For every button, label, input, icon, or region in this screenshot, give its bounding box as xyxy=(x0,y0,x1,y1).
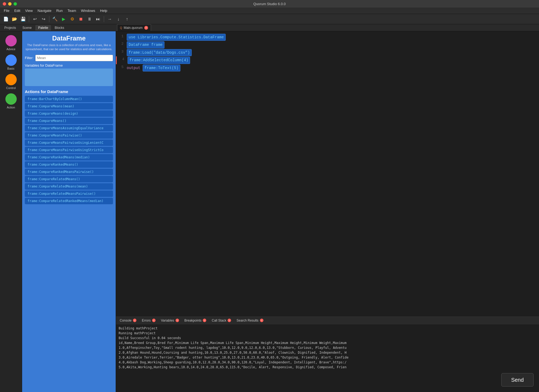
build-button[interactable]: 🔨 xyxy=(51,15,59,23)
palette-filter-input[interactable] xyxy=(35,55,113,61)
code-token: frame:AddSelectedColumn(4) xyxy=(128,57,190,64)
code-line-3: 3frame:Load("data/Dogs.csv") xyxy=(116,49,539,56)
editor-area: 1use Libraries.Compute.Statistics.DataFr… xyxy=(116,31,539,392)
skip-button[interactable]: ⏭ xyxy=(94,15,102,23)
line-number: 1 xyxy=(116,34,127,39)
console-line: 1.0,Affenpinscher,Toy,"Small rodent hunt… xyxy=(119,345,536,350)
bottom-tab-call-stack[interactable]: Call Stack × xyxy=(210,318,233,323)
code-editor[interactable]: 1use Libraries.Compute.Statistics.DataFr… xyxy=(116,31,539,316)
redo-button[interactable]: ↪ xyxy=(40,15,47,23)
bottom-tab-close-call-stack[interactable]: × xyxy=(228,319,231,322)
run-button[interactable]: ▶ xyxy=(60,15,67,23)
sidebar-label-control: Control xyxy=(6,86,16,90)
palette-action-btn[interactable]: frame:CompareRelatedMeans(mean) xyxy=(25,183,113,190)
code-line-5: 5output frame:ToText(5) xyxy=(116,64,539,72)
sidebar-item-control[interactable]: Control xyxy=(2,72,20,91)
line-content[interactable]: use Libraries.Compute.Statistics.DataFra… xyxy=(127,34,539,41)
bottom-panel: Console ×Errors ×Variables ×Breakpoints … xyxy=(116,316,539,392)
bottom-tab-close-breakpoints[interactable]: × xyxy=(203,319,206,322)
palette-description: The DataFrame class is a collection of c… xyxy=(25,43,113,52)
console-line: id,Name,Breed Group,Bred For,Minimum Lif… xyxy=(119,340,536,345)
stop-button[interactable]: ⏹ xyxy=(77,15,85,23)
console-line: 4.0,Akbash Dog,Working,Sheep guarding,10… xyxy=(119,360,536,365)
pause-button[interactable]: ⏸ xyxy=(86,15,93,23)
left-tab-projects[interactable]: Projects xyxy=(2,25,19,30)
bottom-tab-breakpoints[interactable]: Breakpoints × xyxy=(182,318,208,323)
sidebar-label-advice: Advice xyxy=(6,47,15,51)
left-tab-palette[interactable]: Palette xyxy=(35,25,51,30)
palette-action-btn[interactable]: frame:BarChartByColumnMean() xyxy=(25,96,113,102)
menu-item-help[interactable]: Help xyxy=(98,8,109,13)
menu-item-run[interactable]: Run xyxy=(54,8,65,13)
sidebar-icon-basic xyxy=(5,54,17,66)
icon-sidebar: Advice Basic Control Action xyxy=(0,31,22,392)
line-number: 4 xyxy=(117,57,128,62)
new-file-button[interactable]: 📄 xyxy=(2,15,10,23)
toolbar: 📄 📂 💾 ↩ ↪ 🔨 ▶ ⚙ ⏹ ⏸ ⏭ → ↓ ↑ xyxy=(0,14,539,24)
save-button[interactable]: 💾 xyxy=(19,15,27,23)
palette-action-btn[interactable]: frame:CompareRelatedMeansPairwise() xyxy=(25,190,113,197)
editor-tab-label: Main.quorum xyxy=(124,26,143,30)
sidebar-item-advice[interactable]: Advice xyxy=(2,33,20,52)
minimize-button[interactable] xyxy=(8,2,12,6)
editor-tab-Main.quorum[interactable]: Q Main.quorum × xyxy=(117,24,151,31)
left-tab-scene[interactable]: Scene xyxy=(20,25,34,30)
line-number: 3 xyxy=(116,49,127,55)
line-content[interactable]: frame:Load("data/Dogs.csv") xyxy=(127,49,539,56)
menu-item-view[interactable]: View xyxy=(23,8,35,13)
menu-item-team[interactable]: Team xyxy=(65,8,78,13)
palette-action-btn[interactable]: frame:CompareMeansPairwiseUsingStrictCo xyxy=(25,147,113,153)
debug-button[interactable]: ⚙ xyxy=(68,15,76,23)
palette-action-btn[interactable]: frame:CompareMeans() xyxy=(25,118,113,124)
line-content[interactable]: output frame:ToText(5) xyxy=(127,64,539,71)
bottom-tab-close-variables[interactable]: × xyxy=(176,319,179,322)
bottom-tab-search-results[interactable]: Search Results × xyxy=(234,318,265,323)
palette-action-btn[interactable]: frame:CompareMeansPairwise() xyxy=(25,132,113,139)
send-button[interactable]: Send xyxy=(501,373,534,387)
menu-item-windows[interactable]: Windows xyxy=(79,8,97,13)
window-controls[interactable] xyxy=(3,2,17,6)
maximize-button[interactable] xyxy=(13,2,17,6)
step-down-button[interactable]: ↓ xyxy=(115,15,122,23)
undo-button[interactable]: ↩ xyxy=(31,15,39,23)
step-right-button[interactable]: → xyxy=(106,15,114,23)
palette-action-btn[interactable]: frame:CompareMeans(mean) xyxy=(25,103,113,110)
console-line: Building mathProject xyxy=(119,326,536,331)
bottom-tab-label: Console xyxy=(120,319,132,322)
left-tab-blocks[interactable]: Blocks xyxy=(52,25,67,30)
menu-item-edit[interactable]: Edit xyxy=(12,8,22,13)
menu-item-navigate[interactable]: Navigate xyxy=(35,8,53,13)
palette-vars-box xyxy=(25,69,113,86)
menu-item-file[interactable]: File xyxy=(2,8,12,13)
bottom-tab-variables[interactable]: Variables × xyxy=(159,318,181,323)
sidebar-item-basic[interactable]: Basic xyxy=(2,53,20,72)
palette-action-btn[interactable]: frame:CompareRankedMeansPairwise() xyxy=(25,169,113,175)
code-token: output xyxy=(127,66,143,70)
palette-action-btn[interactable]: frame:CompareMeansAssumingEqualVariance xyxy=(25,125,113,131)
palette-action-btn[interactable]: frame:CompareRankedMeans() xyxy=(25,161,113,168)
console-line: 2.0,Afghan Hound,Hound,Coursing and hunt… xyxy=(119,350,536,355)
palette-action-btn[interactable]: frame:CompareRelatedRankedMeans(median) xyxy=(25,198,113,204)
menubar: FileEditViewNavigateRunTeamWindowsHelp xyxy=(0,8,539,14)
open-button[interactable]: 📂 xyxy=(11,15,18,23)
app-title: Quorum Studio 6.0.0 xyxy=(253,2,286,6)
code-line-4: 4frame:AddSelectedColumn(4) xyxy=(116,56,539,64)
editor-tab-bar: Q Main.quorum × xyxy=(116,24,539,31)
close-button[interactable] xyxy=(3,2,6,6)
line-content[interactable]: DataFrame frame xyxy=(127,41,539,48)
editor-tab-close[interactable]: × xyxy=(144,26,148,30)
step-up-button[interactable]: ↑ xyxy=(123,15,131,23)
palette-action-btn[interactable]: frame:CompareMeansPairwiseUsingLenientC xyxy=(25,139,113,146)
line-number: 5 xyxy=(116,64,127,70)
bottom-tab-close-errors[interactable]: × xyxy=(152,319,156,322)
bottom-tab-label: Call Stack xyxy=(212,319,226,322)
bottom-tab-close-console[interactable]: × xyxy=(133,319,136,322)
bottom-tab-console[interactable]: Console × xyxy=(118,318,139,323)
palette-action-btn[interactable]: frame:CompareMeans(design) xyxy=(25,110,113,117)
bottom-tab-close-search-results[interactable]: × xyxy=(260,319,263,322)
palette-action-btn[interactable]: frame:CompareRankedMeans(median) xyxy=(25,154,113,161)
line-content[interactable]: frame:AddSelectedColumn(4) xyxy=(128,57,539,64)
sidebar-item-action[interactable]: Action xyxy=(2,92,20,111)
palette-action-btn[interactable]: frame:CompareRelatedMeans() xyxy=(25,176,113,182)
bottom-tab-errors[interactable]: Errors × xyxy=(140,318,158,323)
